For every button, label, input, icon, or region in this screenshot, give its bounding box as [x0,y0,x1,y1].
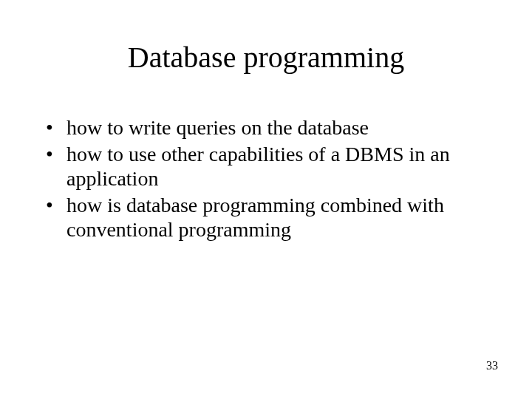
page-number: 33 [486,359,498,372]
slide: Database programming how to write querie… [0,0,532,399]
slide-body: how to write queries on the database how… [43,115,495,244]
bullet-list: how to write queries on the database how… [43,115,495,242]
list-item: how to use other capabilities of a DBMS … [43,142,495,191]
slide-title: Database programming [0,40,532,75]
list-item: how to write queries on the database [43,115,495,140]
list-item: how is database programming combined wit… [43,193,495,242]
